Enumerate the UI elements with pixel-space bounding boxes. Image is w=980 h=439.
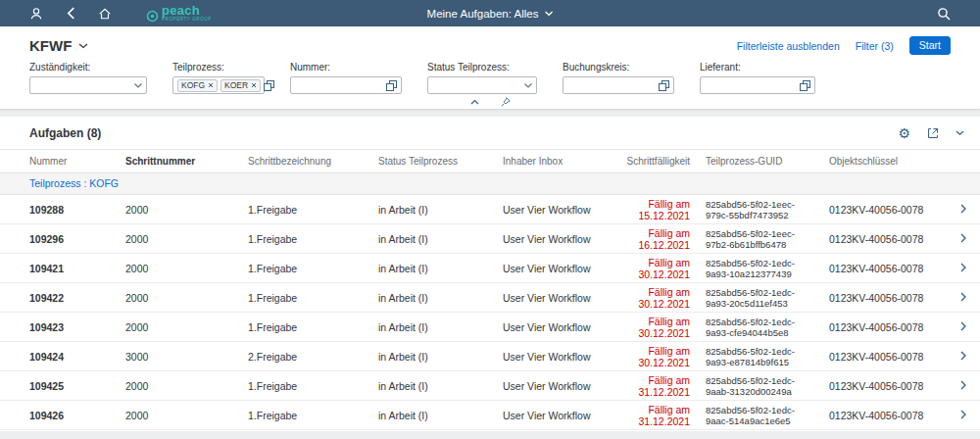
cell-schrittbezeichnung: 1.Freigabe (240, 195, 370, 224)
pin-filterbar-button[interactable] (495, 95, 516, 108)
cell-schrittnummer: 2000 (118, 401, 240, 430)
cell-schrittbezeichnung: 1.Freigabe (240, 283, 370, 313)
buchungskreis-control (563, 76, 674, 94)
row-chevron-right-icon[interactable] (960, 233, 966, 243)
variant-selector[interactable]: KFWF (29, 37, 88, 54)
cell-status-teilprozess: in Arbeit (I) (370, 195, 495, 224)
table-body: Teilprozess : KOFG 109288 2000 1.Freigab… (0, 173, 980, 430)
column-header-schrittbezeichnung[interactable]: Schrittbezeichnung (240, 150, 370, 173)
cell-navigation (943, 224, 980, 254)
status-teilprozess-select[interactable] (427, 76, 537, 94)
cell-schrittbezeichnung: 1.Freigabe (240, 401, 370, 430)
cell-objektschluessel: 0123KV-40056-0078 (821, 313, 943, 342)
table-row[interactable]: 109423 2000 1.Freigabe in Arbeit (I) Use… (0, 313, 980, 342)
row-chevron-right-icon[interactable] (960, 410, 966, 419)
row-chevron-right-icon[interactable] (960, 321, 966, 331)
cell-nummer: 109426 (0, 401, 118, 430)
home-icon[interactable] (96, 5, 114, 23)
value-help-icon[interactable] (386, 80, 397, 91)
table-row[interactable]: 109288 2000 1.Freigabe in Arbeit (I) Use… (0, 195, 980, 224)
cell-inhaber-inbox: User Vier Workflow (495, 224, 605, 254)
page-title: KFWF (29, 37, 72, 54)
lieferant-label: Lieferant: (700, 62, 815, 73)
table-row[interactable]: 109425 2000 1.Freigabe in Arbeit (I) Use… (0, 371, 980, 401)
filter-field-lieferant: Lieferant: (700, 62, 815, 94)
lieferant-input[interactable] (705, 78, 797, 92)
cell-schrittbezeichnung: 1.Freigabe (240, 313, 370, 342)
back-icon[interactable] (62, 5, 79, 23)
settings-gear-icon[interactable]: ⚙ (898, 126, 910, 140)
tasks-panel: Aufgaben (8) ⚙ Nummer Schrittnummer Schr… (0, 117, 980, 431)
cell-inhaber-inbox: User Vier Workflow (495, 283, 605, 313)
cell-teilprozess-guid: 825abd56-5f02-1edc-9a93-20c5d11ef453 (698, 283, 821, 313)
cell-inhaber-inbox: User Vier Workflow (495, 401, 605, 430)
row-chevron-right-icon[interactable] (960, 292, 966, 302)
cell-status-teilprozess: in Arbeit (I) (370, 313, 495, 342)
filter-field-status-teilprozess: Status Teilprozess: (427, 62, 537, 94)
lieferant-control (700, 76, 815, 94)
table-row[interactable]: 109422 2000 1.Freigabe in Arbeit (I) Use… (0, 283, 980, 313)
column-header-schrittnummer[interactable]: Schrittnummer (118, 150, 240, 173)
cell-navigation (943, 254, 980, 283)
value-help-icon[interactable] (264, 80, 274, 91)
table-row[interactable]: 109296 2000 1.Freigabe in Arbeit (I) Use… (0, 224, 980, 254)
column-header-nummer[interactable]: Nummer (0, 150, 118, 173)
user-icon[interactable] (27, 5, 45, 23)
start-button[interactable]: Start (909, 36, 951, 55)
logo-subtext: PROPERTY GROUP (162, 18, 212, 23)
buchungskreis-input[interactable] (567, 78, 656, 92)
filter-field-teilprozess: Teilprozess: KOFG KOER (172, 62, 265, 94)
nummer-input[interactable] (295, 78, 383, 92)
cell-teilprozess-guid: 825abd56-5f02-1edc-9aab-31320d00249a (698, 371, 821, 401)
row-chevron-right-icon[interactable] (960, 351, 966, 361)
cell-schrittnummer: 2000 (118, 313, 240, 342)
cell-schrittbezeichnung: 1.Freigabe (240, 224, 370, 254)
zustaendigkeit-select[interactable] (29, 76, 147, 94)
collapse-filterbar-button[interactable] (464, 95, 485, 108)
value-help-icon[interactable] (659, 80, 669, 91)
table-group-row: Teilprozess : KOFG (0, 173, 980, 195)
column-header-status-teilprozess[interactable]: Status Teilprozess (370, 150, 495, 173)
table-toolbar: Aufgaben (8) ⚙ (0, 117, 980, 150)
cell-teilprozess-guid: 825abd56-5f02-1eec-97b2-6b61bffb6478 (698, 224, 821, 254)
token-remove-icon[interactable] (251, 82, 257, 88)
filters-link[interactable]: Filter (3) (856, 40, 894, 52)
cell-schrittnummer: 3000 (118, 342, 240, 371)
cell-objektschluessel: 0123KV-40056-0078 (821, 254, 943, 283)
value-help-icon[interactable] (800, 80, 810, 91)
cell-nummer: 109424 (0, 342, 118, 371)
table-row[interactable]: 109421 2000 1.Freigabe in Arbeit (I) Use… (0, 254, 980, 283)
token-remove-icon[interactable] (208, 82, 214, 88)
cell-objektschluessel: 0123KV-40056-0078 (821, 283, 943, 313)
app-title-menu[interactable]: Meine Aufgaben: Alles (427, 0, 554, 26)
cell-status-teilprozess: in Arbeit (I) (370, 254, 495, 283)
teilprozess-multi-input[interactable]: KOFG KOER (172, 76, 265, 94)
cell-schrittnummer: 2000 (118, 224, 240, 254)
column-header-teilprozess-guid[interactable]: Teilprozess-GUID (698, 150, 821, 173)
cell-objektschluessel: 0123KV-40056-0078 (821, 224, 943, 254)
table-row[interactable]: 109424 3000 2.Freigabe in Arbeit (I) Use… (0, 342, 980, 371)
peach-logo-icon (146, 10, 159, 23)
filter-bar: Zuständigkeit: Teilprozess: KOFG KOER (29, 62, 951, 94)
cell-schrittfaelligkeit: Fällig am 30.12.2021 (605, 283, 698, 313)
nummer-label: Nummer: (290, 62, 402, 73)
cell-teilprozess-guid: 825abd56-5f02-1edc-9a93-10a212377439 (698, 254, 821, 283)
column-header-schrittfaelligkeit[interactable]: Schrittfälligkeit (605, 150, 698, 173)
row-chevron-right-icon[interactable] (960, 263, 966, 272)
export-icon[interactable] (927, 127, 939, 139)
pin-icon (501, 97, 511, 107)
cell-objektschluessel: 0123KV-40056-0078 (821, 401, 943, 430)
row-chevron-right-icon[interactable] (960, 204, 966, 214)
hide-filterbar-link[interactable]: Filterleiste ausblenden (737, 40, 840, 52)
column-header-objektschluessel[interactable]: Objektschlüssel (821, 150, 943, 173)
cell-inhaber-inbox: User Vier Workflow (495, 313, 605, 342)
table-menu-chevron-icon[interactable] (956, 130, 964, 136)
search-icon[interactable] (935, 5, 953, 23)
cell-navigation (943, 371, 980, 401)
column-header-inhaber-inbox[interactable]: Inhaber Inbox (495, 150, 605, 173)
peach-logo[interactable]: peach PROPERTY GROUP (146, 4, 212, 23)
row-chevron-right-icon[interactable] (960, 380, 966, 390)
table-row[interactable]: 109426 2000 1.Freigabe in Arbeit (I) Use… (0, 401, 980, 430)
cell-schrittnummer: 2000 (118, 283, 240, 313)
cell-teilprozess-guid: 825abd56-5f02-1eec-979c-55bdf7473952 (698, 195, 821, 224)
